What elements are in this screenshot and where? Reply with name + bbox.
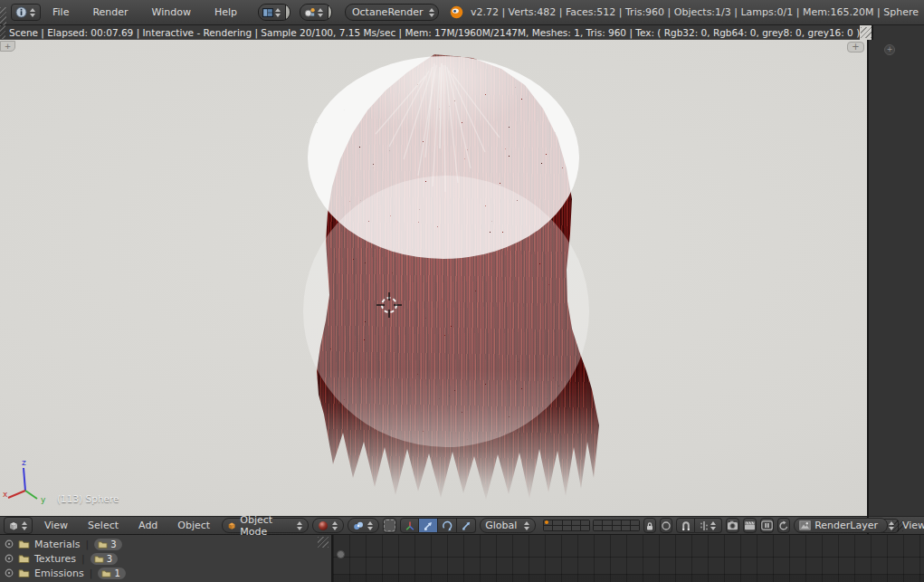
list-item[interactable]: Textures | 3 [0, 551, 331, 566]
proportional-edit-button[interactable] [660, 518, 672, 533]
list-item-label: Emissions [34, 568, 84, 579]
menu-add[interactable]: Add [130, 520, 166, 531]
blender-window: File Render Window Help Default.001 + ✕ [0, 0, 924, 582]
corner-resize-handle[interactable] [0, 7, 6, 25]
axis-x-label: x [3, 490, 8, 499]
chevron-updown-icon [367, 521, 374, 530]
render-layer-label: RenderLayer [814, 520, 878, 531]
screen-layout-widget: Default.001 + ✕ [258, 4, 291, 21]
count-badge[interactable]: 3 [90, 553, 118, 565]
count-value: 3 [107, 554, 112, 564]
clapperboard-icon [744, 520, 756, 530]
mode-select[interactable]: Object Mode [222, 518, 309, 533]
visibility-dot-icon[interactable] [5, 568, 14, 577]
menu-help[interactable]: Help [203, 6, 249, 18]
info-header: File Render Window Help Default.001 + ✕ [0, 0, 924, 25]
octane-node-panel: Materials | 3 Textures | [0, 535, 333, 582]
mode-label: Object Mode [240, 514, 293, 538]
view3d-editor-icon [8, 520, 19, 531]
pause-render-button[interactable] [760, 518, 774, 533]
menu-object[interactable]: Object [169, 520, 218, 531]
lock-to-scene-button[interactable] [643, 518, 656, 533]
render-layer-select[interactable]: RenderLayer [794, 518, 888, 533]
timeline-region[interactable] [333, 535, 924, 582]
axis-z-label: z [22, 458, 26, 467]
active-layer-dot [545, 520, 548, 524]
active-object-info: (113) Sphere [57, 493, 119, 504]
object-mode-cube-icon [227, 520, 236, 531]
render-animation-button[interactable] [743, 518, 757, 533]
scene-widget: Scene + ✕ [300, 4, 332, 21]
corner-resize-handle[interactable] [0, 25, 5, 40]
axis-tripod-button[interactable] [400, 518, 419, 533]
visibility-dot-icon[interactable] [5, 539, 14, 549]
menu-select[interactable]: Select [80, 520, 127, 531]
right-editor-region: + View [867, 40, 924, 534]
chevron-updown-icon [22, 521, 28, 530]
menu-window[interactable]: Window [140, 6, 203, 18]
pivot-center-select[interactable] [348, 518, 379, 533]
expand-region-button[interactable]: + [884, 44, 895, 55]
render-opengl-button[interactable] [726, 518, 739, 533]
chevron-updown-icon [524, 521, 530, 530]
translate-manipulator-button[interactable] [419, 518, 438, 533]
scene-name-field[interactable]: Scene [328, 5, 332, 20]
menu-file[interactable]: File [41, 6, 81, 18]
restart-render-button[interactable] [777, 518, 790, 533]
rendered-hair-object[interactable] [291, 52, 605, 505]
magnet-icon [681, 520, 691, 531]
menu-render[interactable]: Render [81, 6, 139, 18]
axis-gizmo: z x y [3, 458, 46, 504]
view3d-viewport[interactable]: z x y (113) Sphere + + [0, 40, 867, 516]
scale-manipulator-button[interactable] [457, 518, 476, 533]
rotate-arc-icon [442, 520, 452, 531]
layer-grid-left[interactable] [543, 520, 590, 531]
folder-icon [18, 539, 30, 549]
chevron-updown-icon [30, 8, 36, 17]
info-icon [15, 6, 27, 18]
viewport-shading-select[interactable] [312, 518, 344, 533]
menu-view[interactable]: View [902, 520, 924, 531]
right-editor-body[interactable]: + [869, 40, 924, 516]
corner-resize-handle[interactable] [861, 27, 872, 38]
chevron-updown-icon [318, 8, 324, 17]
count-badge[interactable]: 1 [98, 568, 125, 579]
snap-group [676, 518, 722, 533]
chevron-updown-icon [710, 521, 717, 530]
snap-element-select[interactable] [695, 518, 722, 533]
manipulator-toggle[interactable] [383, 518, 396, 533]
scale-arrow-icon [461, 520, 472, 531]
scene-browse-button[interactable] [300, 5, 328, 20]
refresh-icon [778, 520, 789, 531]
corner-resize-handle[interactable] [318, 537, 329, 548]
axis-tripod-icon [405, 520, 415, 531]
render-status-text: Scene | Elapsed: 00:07.69 | Interactive … [9, 27, 860, 38]
folder-icon [18, 554, 30, 563]
visibility-dot-icon[interactable] [5, 554, 14, 563]
toolshelf-expand-tab[interactable]: + [0, 41, 15, 52]
rotate-manipulator-button[interactable] [438, 518, 457, 533]
chevron-updown-icon [297, 521, 303, 530]
menu-view[interactable]: View [36, 520, 76, 531]
layer-grid-right[interactable] [593, 520, 640, 531]
list-item[interactable]: Materials | 3 [0, 537, 331, 551]
transform-orientation-select[interactable]: Global [480, 518, 536, 533]
scene-icon [304, 7, 316, 17]
screen-layout-name-field[interactable]: Default.001 [285, 5, 291, 20]
chevron-updown-icon [889, 521, 895, 530]
count-badge[interactable]: 3 [94, 539, 121, 550]
expand-region-button[interactable] [337, 550, 345, 558]
folder-icon [18, 568, 30, 577]
render-engine-select[interactable]: OctaneRender [345, 4, 439, 21]
list-item[interactable]: Emissions | 1 [0, 566, 331, 580]
properties-expand-tab[interactable]: + [847, 42, 864, 52]
screen-layout-browse-button[interactable] [259, 5, 285, 20]
folder-icon [94, 555, 104, 563]
snap-toggle-button[interactable] [676, 518, 695, 533]
editor-type-selector[interactable] [11, 4, 41, 21]
layer-selector [543, 520, 640, 531]
editor-type-selector[interactable] [4, 517, 33, 534]
folder-icon [101, 569, 111, 577]
axis-y-label: y [41, 495, 46, 504]
blender-logo-icon [450, 5, 463, 19]
